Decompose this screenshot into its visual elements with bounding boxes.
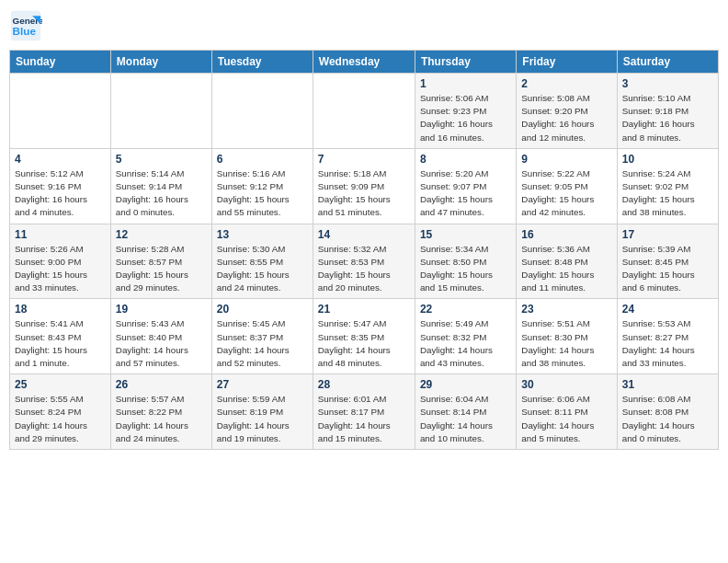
day-cell: 24Sunrise: 5:53 AM Sunset: 8:27 PM Dayli… [617, 299, 718, 374]
day-cell: 23Sunrise: 5:51 AM Sunset: 8:30 PM Dayli… [517, 299, 617, 374]
day-cell: 4Sunrise: 5:12 AM Sunset: 9:16 PM Daylig… [10, 148, 111, 224]
day-cell: 25Sunrise: 5:55 AM Sunset: 8:24 PM Dayli… [10, 374, 111, 450]
day-cell: 2Sunrise: 5:08 AM Sunset: 9:20 PM Daylig… [517, 74, 617, 149]
day-cell: 26Sunrise: 5:57 AM Sunset: 8:22 PM Dayli… [110, 374, 211, 450]
header-day-wednesday: Wednesday [313, 51, 415, 74]
week-row-4: 18Sunrise: 5:41 AM Sunset: 8:43 PM Dayli… [10, 299, 719, 374]
day-number: 24 [622, 303, 713, 316]
day-info: Sunrise: 6:01 AM Sunset: 8:17 PM Dayligh… [318, 393, 410, 445]
week-row-3: 11Sunrise: 5:26 AM Sunset: 9:00 PM Dayli… [10, 224, 719, 299]
day-cell: 17Sunrise: 5:39 AM Sunset: 8:45 PM Dayli… [617, 224, 718, 299]
day-cell [110, 74, 211, 149]
day-info: Sunrise: 5:20 AM Sunset: 9:07 PM Dayligh… [420, 167, 511, 220]
calendar-table: SundayMondayTuesdayWednesdayThursdayFrid… [9, 50, 719, 450]
day-info: Sunrise: 5:08 AM Sunset: 9:20 PM Dayligh… [521, 92, 611, 144]
day-cell: 20Sunrise: 5:45 AM Sunset: 8:37 PM Dayli… [211, 299, 313, 374]
day-number: 8 [420, 153, 511, 166]
day-number: 17 [622, 228, 713, 241]
day-info: Sunrise: 5:57 AM Sunset: 8:22 PM Dayligh… [116, 393, 207, 445]
day-info: Sunrise: 5:51 AM Sunset: 8:30 PM Dayligh… [521, 317, 611, 370]
day-number: 30 [521, 378, 611, 391]
day-number: 1 [420, 77, 511, 90]
day-cell: 29Sunrise: 6:04 AM Sunset: 8:14 PM Dayli… [415, 374, 516, 450]
day-info: Sunrise: 6:08 AM Sunset: 8:08 PM Dayligh… [622, 393, 713, 445]
day-number: 7 [318, 153, 410, 166]
day-number: 23 [521, 303, 611, 316]
day-number: 3 [622, 77, 713, 90]
day-number: 16 [521, 228, 611, 241]
day-cell: 13Sunrise: 5:30 AM Sunset: 8:55 PM Dayli… [211, 224, 313, 299]
svg-text:Blue: Blue [13, 25, 37, 37]
day-cell: 10Sunrise: 5:24 AM Sunset: 9:02 PM Dayli… [617, 148, 718, 224]
day-number: 18 [15, 303, 106, 316]
week-row-2: 4Sunrise: 5:12 AM Sunset: 9:16 PM Daylig… [10, 148, 719, 224]
day-cell: 15Sunrise: 5:34 AM Sunset: 8:50 PM Dayli… [415, 224, 516, 299]
day-info: Sunrise: 5:24 AM Sunset: 9:02 PM Dayligh… [622, 167, 713, 220]
day-number: 15 [420, 228, 511, 241]
day-cell [211, 74, 313, 149]
day-cell: 11Sunrise: 5:26 AM Sunset: 9:00 PM Dayli… [10, 224, 111, 299]
page-header: General Blue [9, 9, 719, 42]
day-info: Sunrise: 5:30 AM Sunset: 8:55 PM Dayligh… [217, 243, 308, 295]
day-info: Sunrise: 5:36 AM Sunset: 8:48 PM Dayligh… [521, 243, 611, 295]
day-number: 10 [622, 153, 713, 166]
day-cell: 16Sunrise: 5:36 AM Sunset: 8:48 PM Dayli… [517, 224, 617, 299]
header-day-tuesday: Tuesday [211, 51, 313, 74]
day-number: 19 [116, 303, 207, 316]
day-info: Sunrise: 5:53 AM Sunset: 8:27 PM Dayligh… [622, 317, 713, 370]
day-number: 25 [15, 378, 106, 391]
day-cell: 31Sunrise: 6:08 AM Sunset: 8:08 PM Dayli… [617, 374, 718, 450]
day-info: Sunrise: 5:34 AM Sunset: 8:50 PM Dayligh… [420, 243, 511, 295]
day-cell: 3Sunrise: 5:10 AM Sunset: 9:18 PM Daylig… [617, 74, 718, 149]
day-cell: 5Sunrise: 5:14 AM Sunset: 9:14 PM Daylig… [110, 148, 211, 224]
day-cell: 22Sunrise: 5:49 AM Sunset: 8:32 PM Dayli… [415, 299, 516, 374]
day-info: Sunrise: 5:10 AM Sunset: 9:18 PM Dayligh… [622, 92, 713, 144]
day-cell: 27Sunrise: 5:59 AM Sunset: 8:19 PM Dayli… [211, 374, 313, 450]
day-info: Sunrise: 6:04 AM Sunset: 8:14 PM Dayligh… [420, 393, 511, 445]
day-number: 13 [217, 228, 308, 241]
day-number: 28 [318, 378, 410, 391]
logo: General Blue [9, 9, 42, 42]
day-number: 4 [15, 153, 106, 166]
day-cell [10, 74, 111, 149]
header-day-monday: Monday [110, 51, 211, 74]
day-number: 6 [217, 153, 308, 166]
day-cell: 19Sunrise: 5:43 AM Sunset: 8:40 PM Dayli… [110, 299, 211, 374]
logo-icon: General Blue [9, 9, 42, 42]
day-info: Sunrise: 5:49 AM Sunset: 8:32 PM Dayligh… [420, 317, 511, 370]
day-info: Sunrise: 5:32 AM Sunset: 8:53 PM Dayligh… [318, 243, 410, 295]
day-number: 27 [217, 378, 308, 391]
day-cell: 18Sunrise: 5:41 AM Sunset: 8:43 PM Dayli… [10, 299, 111, 374]
day-info: Sunrise: 5:16 AM Sunset: 9:12 PM Dayligh… [217, 167, 308, 220]
week-row-1: 1Sunrise: 5:06 AM Sunset: 9:23 PM Daylig… [10, 74, 719, 149]
week-row-5: 25Sunrise: 5:55 AM Sunset: 8:24 PM Dayli… [10, 374, 719, 450]
day-cell [313, 74, 415, 149]
day-cell: 8Sunrise: 5:20 AM Sunset: 9:07 PM Daylig… [415, 148, 516, 224]
day-info: Sunrise: 5:06 AM Sunset: 9:23 PM Dayligh… [420, 92, 511, 144]
header-day-saturday: Saturday [617, 51, 718, 74]
day-number: 5 [116, 153, 207, 166]
day-number: 2 [521, 77, 611, 90]
day-info: Sunrise: 5:22 AM Sunset: 9:05 PM Dayligh… [521, 167, 611, 220]
day-info: Sunrise: 5:14 AM Sunset: 9:14 PM Dayligh… [116, 167, 207, 220]
day-info: Sunrise: 5:41 AM Sunset: 8:43 PM Dayligh… [15, 317, 106, 370]
day-cell: 7Sunrise: 5:18 AM Sunset: 9:09 PM Daylig… [313, 148, 415, 224]
day-number: 26 [116, 378, 207, 391]
day-number: 21 [318, 303, 410, 316]
day-info: Sunrise: 5:45 AM Sunset: 8:37 PM Dayligh… [217, 317, 308, 370]
day-info: Sunrise: 5:47 AM Sunset: 8:35 PM Dayligh… [318, 317, 410, 370]
day-number: 11 [15, 228, 106, 241]
day-info: Sunrise: 5:12 AM Sunset: 9:16 PM Dayligh… [15, 167, 106, 220]
day-number: 31 [622, 378, 713, 391]
day-cell: 28Sunrise: 6:01 AM Sunset: 8:17 PM Dayli… [313, 374, 415, 450]
day-cell: 21Sunrise: 5:47 AM Sunset: 8:35 PM Dayli… [313, 299, 415, 374]
day-number: 22 [420, 303, 511, 316]
day-cell: 14Sunrise: 5:32 AM Sunset: 8:53 PM Dayli… [313, 224, 415, 299]
day-cell: 12Sunrise: 5:28 AM Sunset: 8:57 PM Dayli… [110, 224, 211, 299]
day-number: 12 [116, 228, 207, 241]
day-info: Sunrise: 5:55 AM Sunset: 8:24 PM Dayligh… [15, 393, 106, 445]
day-info: Sunrise: 5:28 AM Sunset: 8:57 PM Dayligh… [116, 243, 207, 295]
day-info: Sunrise: 5:18 AM Sunset: 9:09 PM Dayligh… [318, 167, 410, 220]
day-info: Sunrise: 6:06 AM Sunset: 8:11 PM Dayligh… [521, 393, 611, 445]
day-info: Sunrise: 5:26 AM Sunset: 9:00 PM Dayligh… [15, 243, 106, 295]
